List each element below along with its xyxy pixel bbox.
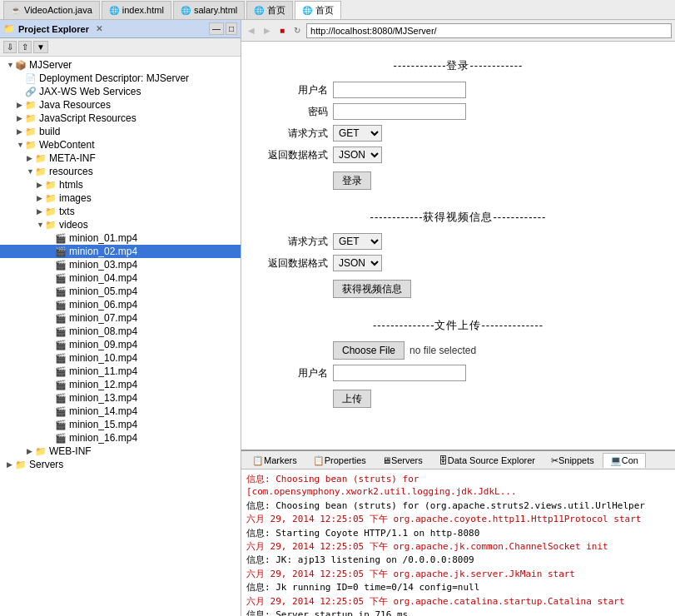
link-btn[interactable]: ⇧ (18, 41, 32, 53)
tree-item-meta-inf[interactable]: ▶ 📁 META-INF (0, 152, 241, 165)
tree-item-minion06[interactable]: 🎬 minion_06.mp4 (0, 298, 241, 311)
login-format-select[interactable]: JSON XML (333, 147, 382, 163)
tab-home2-label: 首页 (315, 4, 334, 17)
tab-home1[interactable]: 🌐 首页 (246, 1, 293, 19)
login-method-row: 请求方式 GET POST (266, 125, 650, 142)
username-row: 用户名 (266, 82, 650, 98)
login-title: ------------登录------------ (266, 58, 650, 73)
refresh-button[interactable]: ↻ (290, 25, 304, 36)
tree-item-resources[interactable]: ▼ 📁 resources (0, 165, 241, 178)
minimize-btn[interactable]: — (209, 22, 224, 35)
tree-item-webcontent[interactable]: ▼ 📁 WebContent (0, 138, 241, 152)
tree-label-minion08: minion_08.mp4 (69, 325, 137, 337)
tree-item-deployment[interactable]: 📄 Deployment Descriptor: MJServer (0, 72, 241, 85)
get-video-info-button[interactable]: 获得视频信息 (333, 280, 411, 298)
expand-arrow: ▶ (27, 447, 35, 455)
tree-item-minion01[interactable]: 🎬 minion_01.mp4 (0, 231, 241, 245)
editor-tabs: ☕ VideoAction.java 🌐 index.html 🌐 salary… (0, 0, 675, 20)
upload-section: --------------文件上传-------------- Choose … (266, 318, 650, 408)
tab-videoaction[interactable]: ☕ VideoAction.java (3, 1, 100, 19)
tree-label-minion14: minion_14.mp4 (69, 405, 137, 417)
url-bar[interactable] (306, 23, 672, 38)
tab-datasource[interactable]: 🗄 Data Source Explorer (431, 453, 543, 467)
username-label: 用户名 (266, 83, 333, 97)
forward-button[interactable]: ▶ (261, 25, 274, 36)
tree-item-minion02[interactable]: 🎬 minion_02.mp4 (0, 245, 241, 258)
upload-submit-row: 上传 (266, 386, 650, 408)
descriptor-icon: 📄 (25, 73, 37, 84)
project-tree: ▼ 📦 MJServer 📄 Deployment Descriptor: MJ… (0, 57, 241, 616)
tree-label-webinf: WEB-INF (49, 445, 92, 457)
tree-item-minion08[interactable]: 🎬 minion_08.mp4 (0, 325, 241, 338)
password-input[interactable] (333, 103, 466, 120)
tree-item-minion14[interactable]: 🎬 minion_14.mp4 (0, 405, 241, 418)
tree-label-images: images (59, 192, 92, 204)
console-line: 信息: Choosing bean (struts) for (org.apac… (246, 499, 670, 512)
servers-icon: 🖥 (382, 455, 391, 465)
back-button[interactable]: ◀ (245, 25, 258, 36)
tab-index[interactable]: 🌐 index.html (102, 1, 171, 19)
video-icon: 🎬 (55, 406, 67, 417)
tab-properties-label: Properties (325, 455, 366, 465)
tree-item-minion16[interactable]: 🎬 minion_16.mp4 (0, 431, 241, 445)
video-format-select[interactable]: JSON XML (333, 255, 382, 271)
video-format-label: 返回数据格式 (266, 256, 333, 271)
video-icon: 🎬 (55, 420, 67, 430)
tab-salary[interactable]: 🌐 salary.html (173, 1, 245, 19)
tab-properties[interactable]: 📋 Properties (305, 453, 374, 468)
folder-icon: 📁 (45, 206, 57, 217)
tab-markers[interactable]: 📋 Markers (245, 453, 305, 468)
tree-item-videos[interactable]: ▼ 📁 videos (0, 218, 241, 231)
tree-item-minion09[interactable]: 🎬 minion_09.mp4 (0, 338, 241, 351)
folder-icon: 📁 (45, 220, 57, 231)
video-method-select[interactable]: GET POST (333, 233, 382, 250)
tree-item-build[interactable]: ▶ 📁 build (0, 125, 241, 138)
tree-item-java-resources[interactable]: ▶ 📁 Java Resources (0, 98, 241, 112)
tree-item-js-resources[interactable]: ▶ 📁 JavaScript Resources (0, 112, 241, 125)
bottom-tabs: 📋 Markers 📋 Properties 🖥 Servers 🗄 Data … (241, 451, 675, 469)
choose-file-button[interactable]: Choose File (333, 341, 405, 360)
tree-item-minion10[interactable]: 🎬 minion_10.mp4 (0, 351, 241, 365)
tree-item-jaxws[interactable]: 🔗 JAX-WS Web Services (0, 85, 241, 98)
video-icon: 🎬 (55, 393, 67, 404)
properties-icon: 📋 (313, 455, 325, 466)
tree-item-minion07[interactable]: 🎬 minion_07.mp4 (0, 311, 241, 325)
tree-item-minion15[interactable]: 🎬 minion_15.mp4 (0, 418, 241, 431)
tree-item-minion03[interactable]: 🎬 minion_03.mp4 (0, 258, 241, 271)
login-method-select[interactable]: GET POST (333, 125, 382, 142)
tree-item-minion05[interactable]: 🎬 minion_05.mp4 (0, 285, 241, 298)
expand-arrow: ▶ (37, 181, 45, 189)
tab-home2[interactable]: 🌐 首页 (295, 1, 341, 19)
expand-arrow: ▼ (37, 221, 45, 229)
video-icon: 🎬 (55, 233, 67, 244)
explorer-title-label: Project Explorer (18, 24, 89, 34)
folder-icon: 📁 (35, 166, 47, 177)
tab-console[interactable]: 💻 Con (603, 453, 646, 468)
tree-label-minion16: minion_16.mp4 (69, 432, 137, 444)
globe-icon1: 🌐 (254, 6, 264, 15)
tree-item-mjserver[interactable]: ▼ 📦 MJServer (0, 58, 241, 72)
expand-arrow: ▶ (37, 194, 45, 202)
tree-item-txts[interactable]: ▶ 📁 txts (0, 205, 241, 218)
tree-item-minion04[interactable]: 🎬 minion_04.mp4 (0, 271, 241, 285)
tree-item-minion11[interactable]: 🎬 minion_11.mp4 (0, 365, 241, 378)
tree-item-minion12[interactable]: 🎬 minion_12.mp4 (0, 378, 241, 391)
tree-item-servers[interactable]: ▶ 📁 Servers (0, 458, 241, 471)
console-line: 六月 29, 2014 12:25:05 下午 org.apache.catal… (246, 595, 670, 608)
maximize-btn[interactable]: □ (226, 22, 237, 35)
stop-button[interactable]: ■ (276, 25, 288, 36)
menu-btn[interactable]: ▼ (33, 41, 48, 53)
tree-item-webinf[interactable]: ▶ 📁 WEB-INF (0, 445, 241, 458)
username-input[interactable] (333, 82, 466, 98)
explorer-title: 📁 Project Explorer ✕ (3, 23, 102, 34)
upload-username-input[interactable] (333, 365, 466, 381)
upload-button[interactable]: 上传 (333, 390, 371, 408)
tree-item-images[interactable]: ▶ 📁 images (0, 191, 241, 205)
close-icon[interactable]: ✕ (96, 24, 102, 33)
tree-item-htmls[interactable]: ▶ 📁 htmls (0, 178, 241, 191)
login-button[interactable]: 登录 (333, 171, 371, 190)
tree-item-minion13[interactable]: 🎬 minion_13.mp4 (0, 391, 241, 405)
tab-snippets[interactable]: ✂ Snippets (543, 453, 602, 468)
collapse-all-btn[interactable]: ⇩ (3, 41, 17, 53)
tab-servers[interactable]: 🖥 Servers (375, 453, 430, 467)
